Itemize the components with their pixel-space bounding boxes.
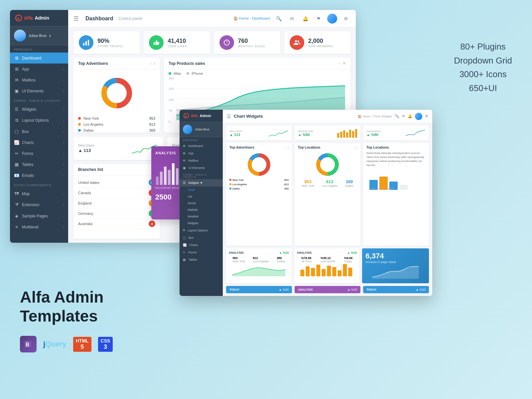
info-icon[interactable]: i bbox=[154, 61, 155, 66]
stat-icon-members bbox=[290, 35, 304, 50]
second-sidebar-app[interactable]: ⊞ App bbox=[180, 150, 223, 157]
sidebar-item-ui[interactable]: ▣ UI Elements › bbox=[10, 85, 68, 96]
second-avatar-top[interactable] bbox=[415, 113, 422, 120]
minimize-icon[interactable]: ─ bbox=[337, 61, 340, 66]
sidebar-item-map[interactable]: 🗺 Map › bbox=[10, 188, 68, 199]
svg-text:0: 0 bbox=[169, 120, 170, 123]
sidebar-logo: α AlfaAdmin bbox=[10, 10, 68, 26]
second-sidebar-statistic[interactable]: Statistic bbox=[180, 206, 223, 213]
sidebar-item-charts[interactable]: 📈 Charts › bbox=[10, 137, 68, 148]
sidebar-item-extension[interactable]: ⧩ Extension › bbox=[10, 199, 68, 210]
svg-point-12 bbox=[107, 84, 126, 102]
sidebar-item-layout[interactable]: ⧉ Layout Options › bbox=[10, 115, 68, 126]
sidebar-item-emails[interactable]: 📧 Emails › bbox=[10, 170, 68, 181]
hamburger-icon[interactable]: ☰ bbox=[73, 15, 79, 22]
sidebar-item-dashboard[interactable]: ⊞ Dashboard › bbox=[10, 53, 68, 64]
imac-label: iMac bbox=[174, 71, 181, 75]
svg-text:Los Angeles: Los Angeles bbox=[381, 187, 394, 190]
second-loc-title: Top Locations ○ i bbox=[298, 146, 357, 149]
second-layout-icon: ⧉ bbox=[183, 228, 185, 232]
sidebar-item-sample[interactable]: ◈ Sample Pages › bbox=[10, 210, 68, 221]
sidebar-item-label: Mailbox bbox=[22, 78, 36, 82]
emails-icon: 📧 bbox=[14, 173, 19, 178]
second-hamburger[interactable]: ☰ bbox=[227, 114, 231, 119]
sidebar-item-label: Layout Options bbox=[22, 118, 49, 123]
second-sidebar-layout[interactable]: ⧉ Layout Options bbox=[180, 226, 223, 234]
bell-icon[interactable]: 🔔 bbox=[301, 14, 310, 23]
second-loc-description: Distinctively fabricate interdependent s… bbox=[366, 151, 426, 167]
sidebar-item-mailbox[interactable]: ✉ Mailbox › bbox=[10, 74, 68, 85]
sidebar-item-widgets[interactable]: ☰ Widgets › bbox=[10, 104, 68, 115]
sidebar-item-label: Dashboard bbox=[22, 56, 42, 61]
advertisers-title: Top Advertisers bbox=[78, 61, 108, 66]
charts-icon: 📈 bbox=[14, 140, 19, 145]
stat-icon-traffic bbox=[79, 35, 93, 50]
branch-name: Australia bbox=[78, 222, 92, 226]
second-bar-chart: New York Los Angeles bbox=[366, 170, 426, 191]
branch-name: England bbox=[78, 201, 91, 205]
second-ui-icon: ▣ bbox=[183, 166, 186, 170]
second-sidebar-dashboard[interactable]: ⊞ Dashboard bbox=[180, 142, 223, 150]
second-adv-row: Los Angeles813 bbox=[229, 182, 289, 187]
second-section2: FORMS, TABLE & LAYOUTS bbox=[180, 172, 223, 179]
second-analysis-section: ANALYSIS ▲ %20 953New York 813Los Angele… bbox=[226, 248, 429, 283]
sidebar-item-forms[interactable]: ✏ Forms › bbox=[10, 148, 68, 159]
second-sidebar-forms[interactable]: ✏ Forms bbox=[180, 249, 223, 256]
second-box-icon: ▢ bbox=[183, 236, 186, 239]
second-users-label: New Users bbox=[229, 130, 242, 133]
second-settings-icon[interactable]: ⚙ bbox=[425, 114, 428, 118]
sidebar-item-multilevel[interactable]: ≡ Multilevel › bbox=[10, 221, 68, 232]
second-impressions-label: Impressions bbox=[366, 130, 381, 133]
second-sidebar-ui[interactable]: ▣ UI Elements bbox=[180, 164, 223, 172]
second-sidebar-widgets2[interactable]: Widgets bbox=[180, 220, 223, 226]
second-sidebar-widgets[interactable]: ☰ Widgets ▼ bbox=[180, 179, 223, 187]
second-search-icon[interactable]: 🔍 bbox=[395, 114, 399, 118]
second-anal-stats: 953New York 813Los Angeles 389Dallas bbox=[229, 256, 289, 263]
sidebar-item-label: Widgets bbox=[22, 107, 36, 112]
svg-rect-75 bbox=[327, 266, 331, 276]
second-sidebar-box[interactable]: ▢ Box bbox=[180, 234, 223, 241]
second-sidebar-tables[interactable]: ▦ Tables bbox=[180, 256, 223, 263]
dallas-label: Dallas bbox=[83, 128, 147, 132]
svg-rect-79 bbox=[348, 268, 352, 276]
iphone-label: iPhone bbox=[192, 71, 203, 75]
svg-rect-74 bbox=[322, 269, 326, 276]
newyork-label: New York bbox=[83, 116, 147, 120]
mailbox-icon: ✉ bbox=[14, 77, 19, 82]
donut-legend: New York 953 Los Angeles 813 Dallas 369 bbox=[73, 114, 160, 133]
second-dashboard-icon: ⊞ bbox=[183, 144, 186, 148]
promo-line3: 3000+ Icons bbox=[454, 67, 512, 81]
svg-text:α: α bbox=[185, 114, 187, 118]
bottom-title: Alfa Admin Templates bbox=[20, 288, 104, 326]
settings-icon[interactable]: ⚙ bbox=[341, 14, 350, 23]
second-sidebar-charts[interactable]: 📈 Charts bbox=[180, 241, 223, 249]
sidebar-item-box[interactable]: ▢ Box › bbox=[10, 126, 68, 137]
second-sidebar-social[interactable]: Social bbox=[180, 200, 223, 206]
sidebar-item-tables[interactable]: ▦ Tables › bbox=[10, 159, 68, 170]
second-adv-row: Dallas369 bbox=[229, 187, 289, 191]
second-sidebar-chart[interactable]: Chart bbox=[180, 187, 223, 193]
flag-icon[interactable]: ⚑ bbox=[314, 14, 323, 23]
second-sidebar-mailbox[interactable]: ✉ Mailbox bbox=[180, 157, 223, 164]
second-sidebar-weather[interactable]: Weather bbox=[180, 213, 223, 220]
second-anal-title: ANALYSIS ▲ %20 bbox=[229, 251, 289, 254]
sidebar-item-label: Tables bbox=[22, 162, 34, 167]
second-app-icon: ⊞ bbox=[183, 152, 186, 155]
mail-icon[interactable]: ✉ bbox=[287, 14, 297, 23]
close-icon[interactable]: ✕ bbox=[342, 61, 346, 66]
second-logo-prefix: Alfa bbox=[191, 114, 198, 118]
sidebar-item-app[interactable]: ⊞ App › bbox=[10, 64, 68, 74]
second-bell-icon[interactable]: 🔔 bbox=[408, 114, 412, 118]
second-mail-icon[interactable]: ✉ bbox=[402, 114, 405, 118]
second-tables-icon: ▦ bbox=[183, 258, 186, 261]
sidebar: α AlfaAdmin Juliya Brus › PERSONAL ⊞ Das… bbox=[10, 10, 68, 243]
avatar[interactable] bbox=[327, 14, 337, 24]
bootstrap-badge: B bbox=[20, 336, 37, 352]
second-sidebar-list[interactable]: List bbox=[180, 193, 223, 200]
circle-icon[interactable]: ○ bbox=[150, 61, 152, 66]
stat-user-likes: 41,410 USER LIKES bbox=[144, 31, 210, 54]
search-icon[interactable]: 🔍 bbox=[274, 14, 283, 23]
second-logo: α AlfaAdmin bbox=[180, 110, 223, 122]
branch-row: Australia 4 bbox=[78, 219, 155, 229]
svg-point-58 bbox=[252, 157, 266, 172]
